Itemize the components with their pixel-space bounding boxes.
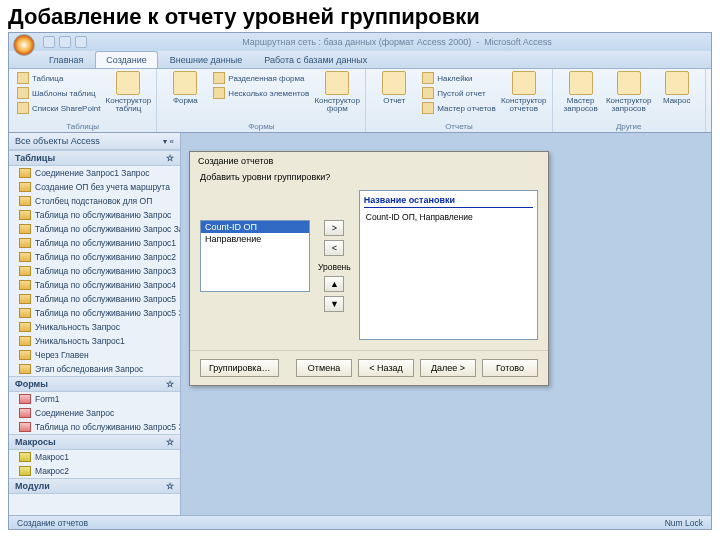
label: Конструктор таблиц: [106, 97, 152, 114]
field-item[interactable]: Направление: [201, 233, 309, 245]
form-icon: [173, 71, 197, 95]
mdi-canvas: Создание отчетов Добавить уровни группир…: [181, 133, 711, 515]
btn-table-templates[interactable]: Шаблоны таблиц: [15, 86, 102, 100]
tab-database-tools[interactable]: Работа с базами данных: [254, 52, 377, 68]
cancel-button[interactable]: Отмена: [296, 359, 352, 377]
nav-item[interactable]: Уникальность Запрос: [9, 320, 180, 334]
object-icon: [19, 252, 31, 262]
group-label: Таблицы: [15, 122, 150, 132]
nav-item[interactable]: Таблица по обслуживанию Запрос5 Зап…: [9, 420, 180, 434]
group-label: Формы: [163, 122, 359, 132]
nav-item-label: Столбец подстановок для ОП: [35, 196, 152, 206]
btn-query-wizard[interactable]: Мастер запросов: [559, 71, 603, 114]
nav-item[interactable]: Столбец подстановок для ОП: [9, 194, 180, 208]
nav-item-label: Уникальность Запрос: [35, 322, 120, 332]
nav-item[interactable]: Соединение Запрос: [9, 406, 180, 420]
nav-item[interactable]: Через Главен: [9, 348, 180, 362]
nav-item[interactable]: Этап обследования Запрос: [9, 362, 180, 376]
report-wizard-dialog: Создание отчетов Добавить уровни группир…: [189, 151, 549, 386]
label: Шаблоны таблиц: [32, 89, 96, 98]
nav-item[interactable]: Таблица по обслуживанию Запрос5: [9, 292, 180, 306]
btn-multiple-items[interactable]: Несколько элементов: [211, 86, 311, 100]
nav-item-label: Этап обследования Запрос: [35, 364, 143, 374]
btn-table[interactable]: Таблица: [15, 71, 102, 85]
nav-item-label: Таблица по обслуживанию Запрос3: [35, 266, 176, 276]
label: Таблицы: [15, 153, 55, 163]
sharepoint-icon: [17, 102, 29, 114]
finish-button[interactable]: Готово: [482, 359, 538, 377]
form-design-icon: [325, 71, 349, 95]
nav-item[interactable]: Таблица по обслуживанию Запрос4: [9, 278, 180, 292]
btn-macro[interactable]: Макрос: [655, 71, 699, 105]
qat-redo-icon[interactable]: [75, 36, 87, 48]
report-icon: [382, 71, 406, 95]
grouping-preview: Название остановки Count-ID ОП, Направле…: [359, 190, 538, 340]
chevron-down-icon[interactable]: ▾ «: [163, 137, 174, 146]
priority-up-button[interactable]: ▲: [324, 276, 344, 292]
priority-down-button[interactable]: ▼: [324, 296, 344, 312]
object-icon: [19, 266, 31, 276]
label: Модули: [15, 481, 50, 491]
nav-cat-tables[interactable]: Таблицы☆: [9, 150, 180, 166]
office-button[interactable]: [13, 34, 35, 56]
object-icon: [19, 322, 31, 332]
table-icon: [17, 72, 29, 84]
nav-item[interactable]: Таблица по обслуживанию Запрос1: [9, 236, 180, 250]
nav-item[interactable]: Таблица по обслуживанию Запрос5 Зап…: [9, 306, 180, 320]
tab-create[interactable]: Создание: [95, 51, 158, 68]
status-right: Num Lock: [665, 518, 703, 528]
btn-labels[interactable]: Наклейки: [420, 71, 497, 85]
back-button[interactable]: < Назад: [358, 359, 414, 377]
nav-header[interactable]: Все объекты Access ▾ «: [9, 133, 180, 150]
app-title: Microsoft Access: [484, 37, 552, 47]
add-grouping-button[interactable]: >: [324, 220, 344, 236]
label: Пустой отчет: [437, 89, 485, 98]
nav-item[interactable]: Таблица по обслуживанию Запрос Запр…: [9, 222, 180, 236]
object-icon: [19, 168, 31, 178]
status-bar: Создание отчетов Num Lock: [9, 515, 711, 529]
ribbon-group-reports: Отчет Наклейки Пустой отчет Мастер отчет…: [366, 69, 552, 132]
ribbon-tabs: Главная Создание Внешние данные Работа с…: [9, 51, 711, 69]
qat-undo-icon[interactable]: [59, 36, 71, 48]
remove-grouping-button[interactable]: <: [324, 240, 344, 256]
btn-sharepoint-lists[interactable]: Списки SharePoint: [15, 101, 102, 115]
btn-form[interactable]: Форма: [163, 71, 207, 105]
btn-blank-report[interactable]: Пустой отчет: [420, 86, 497, 100]
macro-icon: [665, 71, 689, 95]
nav-item[interactable]: Соединение Запрос1 Запрос: [9, 166, 180, 180]
nav-cat-modules[interactable]: Модули☆: [9, 478, 180, 494]
label: Форма: [173, 97, 198, 105]
nav-cat-forms[interactable]: Формы☆: [9, 376, 180, 392]
object-icon: [19, 364, 31, 374]
label: Отчет: [383, 97, 405, 105]
object-icon: [19, 394, 31, 404]
nav-item[interactable]: Form1: [9, 392, 180, 406]
nav-item[interactable]: Макрос1: [9, 450, 180, 464]
tab-external-data[interactable]: Внешние данные: [160, 52, 252, 68]
object-icon: [19, 350, 31, 360]
tab-home[interactable]: Главная: [39, 52, 93, 68]
grouping-options-button[interactable]: Группировка…: [200, 359, 279, 377]
field-item[interactable]: Count-ID ОП: [201, 221, 309, 233]
btn-query-design[interactable]: Конструктор запросов: [607, 71, 651, 114]
nav-cat-macros[interactable]: Макросы☆: [9, 434, 180, 450]
btn-form-design[interactable]: Конструктор форм: [315, 71, 359, 114]
nav-item[interactable]: Уникальность Запрос1: [9, 334, 180, 348]
group-label: Отчеты: [372, 122, 545, 132]
btn-split-form[interactable]: Разделенная форма: [211, 71, 311, 85]
nav-item[interactable]: Макрос2: [9, 464, 180, 478]
qat-save-icon[interactable]: [43, 36, 55, 48]
nav-item-label: Таблица по обслуживанию Запрос Запр…: [35, 224, 180, 234]
nav-item[interactable]: Таблица по обслуживанию Запрос2: [9, 250, 180, 264]
btn-table-design[interactable]: Конструктор таблиц: [106, 71, 150, 114]
nav-list-forms: Form1Соединение ЗапросТаблица по обслужи…: [9, 392, 180, 434]
btn-report-design[interactable]: Конструктор отчетов: [502, 71, 546, 114]
available-fields-listbox[interactable]: Count-ID ОПНаправление: [200, 220, 310, 292]
nav-item[interactable]: Таблица по обслуживанию Запрос3: [9, 264, 180, 278]
nav-item[interactable]: Создание ОП без учета маршрута: [9, 180, 180, 194]
btn-report[interactable]: Отчет: [372, 71, 416, 105]
next-button[interactable]: Далее >: [420, 359, 476, 377]
table-design-icon: [116, 71, 140, 95]
btn-report-wizard[interactable]: Мастер отчетов: [420, 101, 497, 115]
nav-item[interactable]: Таблица по обслуживанию Запрос: [9, 208, 180, 222]
